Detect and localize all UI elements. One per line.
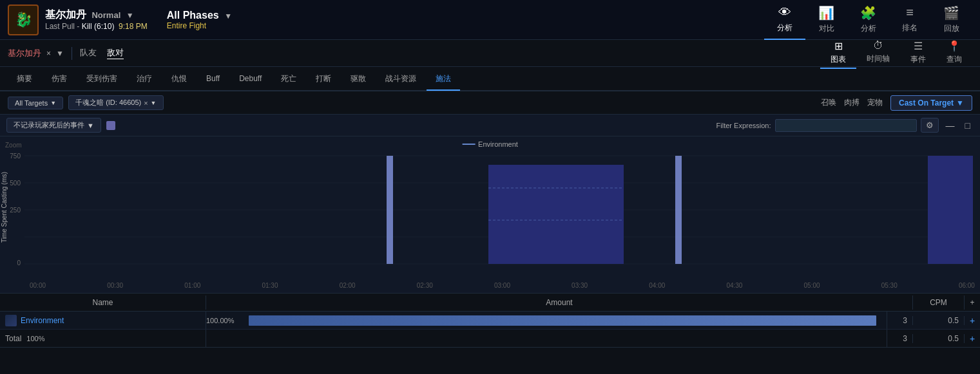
svg-text:750: 750 xyxy=(10,153,21,160)
all-targets-btn[interactable]: All Targets ▼ xyxy=(8,97,63,109)
nav-item-analysis[interactable]: 👁 分析 xyxy=(764,0,805,40)
target-dropdown-arrow: ▼ xyxy=(151,100,157,106)
total-label: Total 100% xyxy=(0,330,206,347)
event-bar: 不记录玩家死后的事件 ▼ Filter Expression: ⚙ — □ xyxy=(0,115,980,136)
x-label-6: 03:00 xyxy=(494,282,510,289)
x-label-4: 02:00 xyxy=(340,282,356,289)
summon-label[interactable]: 召唤 xyxy=(821,97,836,108)
total-spacer xyxy=(206,330,887,347)
second-nav-timeline[interactable]: ⏱ 时间轴 xyxy=(856,37,900,69)
eye-icon: 👁 xyxy=(778,5,791,20)
enemy-tab-name[interactable]: 基尔加丹 xyxy=(8,48,41,59)
nav-label-replay: 回放 xyxy=(944,23,959,34)
chart-container: Environment Zoom 750 500 250 0 Time Spen… xyxy=(0,136,980,278)
chart-svg: 750 500 250 0 Time Spent Casting (ms) xyxy=(0,136,980,278)
tab-death[interactable]: 死亡 xyxy=(272,68,305,91)
tab-arrow-btn[interactable]: ▼ xyxy=(56,49,64,58)
col-name[interactable]: Name xyxy=(0,295,206,310)
table-row-total: Total 100% 3 0.5 + xyxy=(0,330,980,348)
nav-label-analyze: 分析 xyxy=(861,23,876,34)
filter-expr-input[interactable] xyxy=(775,119,917,132)
query-icon: 📍 xyxy=(948,40,961,52)
minimize-btn[interactable]: — xyxy=(943,119,958,132)
tab-debuff[interactable]: Debuff xyxy=(230,69,271,89)
boss-sub: Last Pull - Kill (6:10) 9:18 PM xyxy=(45,22,148,31)
event-filter-label: 不记录玩家死后的事件 xyxy=(14,120,84,130)
pull-time: 9:18 PM xyxy=(119,22,148,31)
total-label-text: Total xyxy=(5,334,21,343)
last-pull-label: Last Pull xyxy=(45,22,75,31)
svg-rect-12 xyxy=(675,156,682,264)
filter-expression-section: Filter Expression: ⚙ — □ xyxy=(716,118,974,133)
nav-item-analyze[interactable]: 🧩 分析 xyxy=(847,0,889,40)
col-cpm[interactable]: CPM xyxy=(913,295,965,310)
second-nav-query[interactable]: 📍 查询 xyxy=(936,37,972,69)
second-nav-events[interactable]: ☰ 事件 xyxy=(900,37,936,69)
cast-on-target-btn[interactable]: Cast On Target ▼ xyxy=(890,95,972,111)
second-nav-query-label: 查询 xyxy=(946,54,962,65)
svg-text:250: 250 xyxy=(10,207,21,214)
x-label-9: 04:30 xyxy=(726,282,742,289)
tab-threat[interactable]: 仇恨 xyxy=(162,68,196,91)
svg-rect-10 xyxy=(387,156,393,264)
rank-icon: ≡ xyxy=(906,5,914,20)
tab-close-btn[interactable]: × xyxy=(46,49,51,58)
gear-btn[interactable]: ⚙ xyxy=(921,118,939,133)
top-header: 🐉 基尔加丹 Normal ▼ Last Pull - Kill (6:10) … xyxy=(0,0,980,40)
x-label-1: 00:30 xyxy=(107,282,123,289)
phase-title[interactable]: All Phases ▼ xyxy=(167,10,232,21)
col-amount[interactable]: Amount xyxy=(206,295,913,310)
tab-dispel[interactable]: 驱散 xyxy=(341,68,375,91)
tab-bar: 摘要 伤害 受到伤害 治疗 仇恨 Buff Debuff 死亡 打断 驱散 战斗… xyxy=(0,67,980,91)
tab-damage-taken[interactable]: 受到伤害 xyxy=(77,68,126,91)
x-label-5: 02:30 xyxy=(417,282,433,289)
nav-item-rank[interactable]: ≡ 排名 xyxy=(889,0,930,40)
tab-interrupt[interactable]: 打断 xyxy=(307,68,340,91)
phase-title-text: All Phases xyxy=(167,10,219,21)
x-label-8: 04:00 xyxy=(649,282,665,289)
replay-icon: 🎬 xyxy=(943,5,959,21)
x-label-0: 00:00 xyxy=(30,282,46,289)
target-close-btn[interactable]: × xyxy=(144,99,148,107)
boss-dropdown-arrow[interactable]: ▼ xyxy=(126,11,134,20)
tab-summary[interactable]: 摘要 xyxy=(8,68,41,91)
x-label-3: 01:30 xyxy=(262,282,278,289)
tab-enemy[interactable]: 敌对 xyxy=(107,47,124,59)
boss-name[interactable]: 基尔加丹 Normal ▼ xyxy=(45,8,148,22)
second-nav-timeline-label: 时间轴 xyxy=(867,53,890,64)
tab-buff[interactable]: Buff xyxy=(197,69,229,89)
all-targets-arrow: ▼ xyxy=(50,100,56,106)
second-nav-chart[interactable]: ⊞ 图表 xyxy=(820,37,856,69)
row-name-text[interactable]: Environment xyxy=(21,316,64,325)
svg-text:0: 0 xyxy=(17,259,21,266)
row-plus-btn[interactable]: + xyxy=(965,315,980,326)
col-plus[interactable]: + xyxy=(965,295,980,310)
pet-label[interactable]: 宠物 xyxy=(867,97,883,108)
cast-options: 召唤 肉搏 宠物 Cast On Target ▼ xyxy=(821,95,972,111)
cast-on-target-label: Cast On Target xyxy=(899,98,954,108)
phase-sub: Entire Fight xyxy=(167,21,232,30)
nav-item-compare[interactable]: 📊 对比 xyxy=(805,0,847,40)
maximize-btn[interactable]: □ xyxy=(962,119,974,132)
nav-label-compare: 对比 xyxy=(819,23,834,34)
events-icon: ☰ xyxy=(914,40,923,52)
table-row: Environment 100.00% 3 0.5 + xyxy=(0,312,980,330)
tab-resource[interactable]: 战斗资源 xyxy=(376,68,425,91)
friend-enemy-tabs: 队友 敌对 xyxy=(80,47,124,59)
target-name-label: 千魂之暗 (ID: 46605) xyxy=(75,98,141,108)
svg-text:Time Spent Casting (ms): Time Spent Casting (ms) xyxy=(1,172,8,243)
total-plus-btn[interactable]: + xyxy=(965,333,980,344)
filter-bar: All Targets ▼ 千魂之暗 (ID: 46605) × ▼ 召唤 肉搏… xyxy=(0,91,980,115)
tab-friend[interactable]: 队友 xyxy=(80,47,97,59)
phase-dropdown-arrow[interactable]: ▼ xyxy=(224,12,232,21)
pull-info: Kill (6:10) xyxy=(82,22,115,31)
target-name-btn[interactable]: 千魂之暗 (ID: 46605) × ▼ xyxy=(68,95,163,110)
tab-damage[interactable]: 伤害 xyxy=(43,68,76,91)
event-filter-arrow: ▼ xyxy=(87,122,94,129)
tab-heal[interactable]: 治疗 xyxy=(128,68,161,91)
totem-label[interactable]: 肉搏 xyxy=(844,97,860,108)
event-filter-btn[interactable]: 不记录玩家死后的事件 ▼ xyxy=(6,118,101,133)
row-cpm: 0.5 xyxy=(913,316,965,325)
tab-cast[interactable]: 施法 xyxy=(427,68,460,91)
nav-item-replay[interactable]: 🎬 回放 xyxy=(930,0,972,40)
